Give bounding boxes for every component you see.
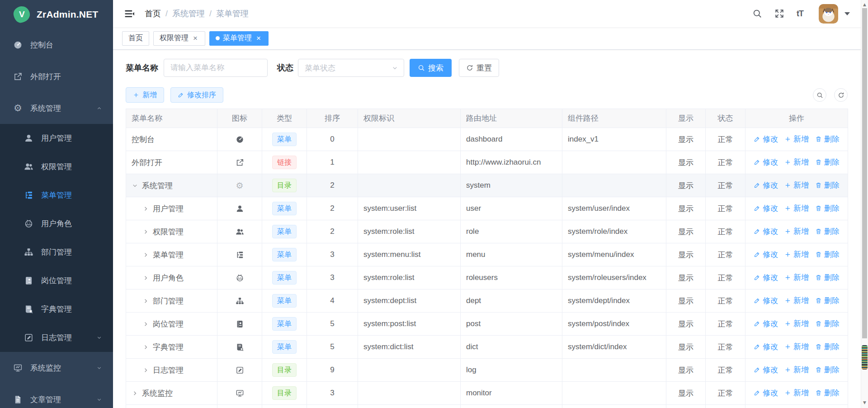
row-action-edit[interactable]: 修改 [754, 388, 778, 398]
close-icon[interactable]: × [192, 35, 199, 42]
tab-menu-admin[interactable]: 菜单管理× [209, 31, 269, 46]
row-action-delete[interactable]: 删除 [815, 272, 840, 283]
row-action-edit[interactable]: 修改 [754, 157, 778, 167]
row-action-add[interactable]: 新增 [784, 226, 809, 237]
page-content: 菜单名称 状态 菜单状态 搜索 重置 新增 [113, 50, 868, 408]
scrollbar-thumb[interactable] [862, 8, 867, 338]
row-action-delete[interactable]: 删除 [815, 295, 840, 306]
refresh-table-button[interactable] [834, 88, 848, 102]
row-action-delete[interactable]: 删除 [815, 180, 840, 190]
scroll-up-arrow-icon[interactable]: ▲ [861, 1, 868, 8]
row-action-add[interactable]: 新增 [784, 249, 809, 260]
row-action-add[interactable]: 新增 [784, 342, 809, 352]
breadcrumb-separator: / [165, 9, 168, 19]
edit-icon [754, 182, 760, 189]
expand-arrow-icon[interactable] [142, 344, 149, 351]
sidebar-item-user-role[interactable]: 用户角色 [0, 209, 113, 238]
row-action-add[interactable]: 新增 [784, 318, 809, 329]
search-button[interactable]: 搜索 [410, 59, 452, 77]
row-action-delete[interactable]: 删除 [815, 388, 840, 398]
sidebar-item-dept-admin[interactable]: 部门管理 [0, 238, 113, 266]
reset-button[interactable]: 重置 [459, 59, 499, 77]
table-toolbar: 新增 修改排序 [126, 87, 848, 103]
edit-icon [754, 389, 760, 396]
tab-home[interactable]: 首页 [122, 31, 149, 46]
sitemap-icon [24, 247, 33, 257]
expand-arrow-icon[interactable] [142, 275, 149, 281]
row-action-edit[interactable]: 修改 [754, 134, 778, 144]
expand-arrow-icon[interactable] [142, 251, 149, 258]
row-action-add[interactable]: 新增 [784, 203, 809, 213]
expand-arrow-icon[interactable] [132, 390, 138, 397]
row-action-delete[interactable]: 删除 [815, 249, 840, 260]
row-action-edit[interactable]: 修改 [754, 318, 778, 329]
active-tab-dot [216, 36, 220, 40]
row-action-delete[interactable]: 删除 [815, 318, 840, 329]
sidebar-item-console[interactable]: 控制台 [0, 29, 113, 61]
sidebar-item-system-admin[interactable]: ⚙系统管理 [0, 92, 113, 124]
row-action-edit[interactable]: 修改 [754, 203, 778, 213]
expand-arrow-icon[interactable] [142, 205, 149, 212]
sidebar-item-user-admin[interactable]: 用户管理 [0, 124, 113, 152]
row-action-edit[interactable]: 修改 [754, 180, 778, 190]
breadcrumb-item: 菜单管理 [216, 8, 249, 19]
row-action-edit[interactable]: 修改 [754, 295, 778, 306]
logo-icon: V [13, 5, 31, 24]
row-action-add[interactable]: 新增 [784, 388, 809, 398]
edit-icon [754, 159, 760, 166]
menu-name-input[interactable] [164, 59, 268, 77]
expand-arrow-icon[interactable] [142, 367, 149, 374]
sidebar-item-dict-admin[interactable]: 字典管理 [0, 295, 113, 323]
expand-arrow-icon[interactable] [142, 298, 149, 304]
row-action-add[interactable]: 新增 [784, 295, 809, 306]
sidebar-item-menu-admin[interactable]: 菜单管理 [0, 181, 113, 209]
row-action-delete[interactable]: 删除 [815, 157, 840, 167]
tab-role-admin[interactable]: 权限管理× [153, 31, 205, 46]
document-icon [13, 395, 23, 404]
close-icon[interactable]: × [255, 35, 262, 42]
collapse-arrow-icon[interactable] [132, 182, 138, 189]
sidebar-collapse-icon[interactable] [124, 9, 135, 19]
row-action-edit[interactable]: 修改 [754, 365, 778, 375]
row-action-add[interactable]: 新增 [784, 272, 809, 283]
user-avatar[interactable] [819, 4, 838, 24]
sidebar-item-role-admin[interactable]: 权限管理 [0, 152, 113, 181]
row-action-edit[interactable]: 修改 [754, 272, 778, 283]
scroll-down-arrow-icon[interactable]: ▼ [861, 399, 868, 406]
trash-icon [815, 182, 822, 189]
row-action-delete[interactable]: 删除 [815, 342, 840, 352]
row-action-edit[interactable]: 修改 [754, 226, 778, 237]
edit-icon [754, 274, 760, 281]
row-action-delete[interactable]: 删除 [815, 226, 840, 237]
add-button[interactable]: 新增 [126, 87, 164, 103]
font-size-icon[interactable]: tT [797, 9, 807, 19]
sidebar-item-system-monitor[interactable]: 系统监控 [0, 352, 113, 384]
trash-icon [815, 297, 822, 304]
row-action-edit[interactable]: 修改 [754, 342, 778, 352]
sidebar-item-log-admin[interactable]: 日志管理 [0, 323, 113, 352]
sidebar-item-article-admin[interactable]: 文章管理 [0, 384, 113, 408]
row-action-delete[interactable]: 删除 [815, 134, 840, 144]
search-icon [816, 92, 823, 99]
menu-status-select[interactable]: 菜单状态 [298, 59, 404, 77]
show-search-button[interactable] [813, 88, 826, 102]
app-logo[interactable]: V ZrAdmin.NET [0, 0, 113, 29]
row-action-add[interactable]: 新增 [784, 365, 809, 375]
user-menu-caret-icon[interactable] [844, 12, 850, 15]
row-action-add[interactable]: 新增 [784, 157, 809, 167]
edit-sort-button[interactable]: 修改排序 [170, 87, 223, 103]
sidebar-item-post-admin[interactable]: 岗位管理 [0, 266, 113, 295]
row-action-edit[interactable]: 修改 [754, 249, 778, 260]
expand-arrow-icon[interactable] [142, 228, 149, 235]
table-row: 系统监控目录3monitor显示正常修改新增删除 [126, 382, 848, 405]
row-action-add[interactable]: 新增 [784, 180, 809, 190]
expand-arrow-icon[interactable] [142, 321, 149, 327]
row-action-delete[interactable]: 删除 [815, 203, 840, 213]
fullscreen-icon[interactable] [774, 9, 784, 19]
search-icon[interactable] [752, 9, 762, 19]
breadcrumb-item[interactable]: 首页 [145, 8, 161, 19]
table-row: 外部打开链接1http://www.izhaorui.cn显示正常修改新增删除 [126, 151, 848, 174]
sidebar-item-external-open[interactable]: 外部打开 [0, 61, 113, 92]
row-action-delete[interactable]: 删除 [815, 365, 840, 375]
row-action-add[interactable]: 新增 [784, 134, 809, 144]
